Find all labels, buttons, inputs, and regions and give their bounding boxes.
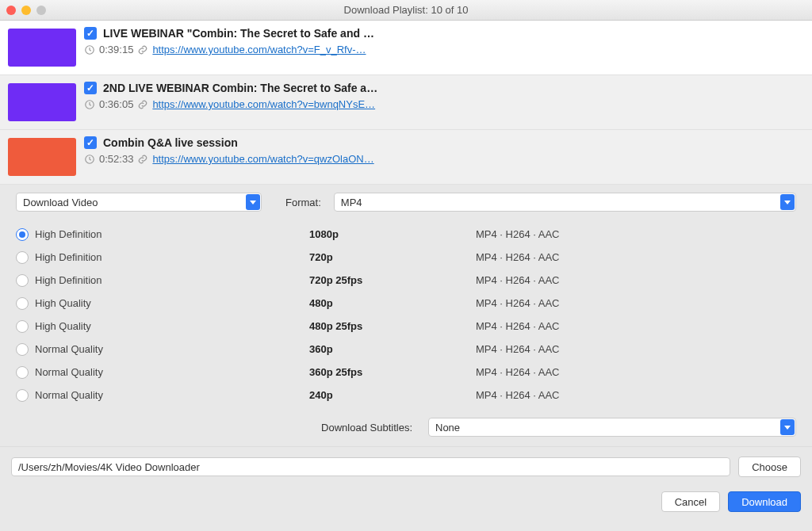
choose-button[interactable]: Choose [738,457,801,477]
item-title: 2ND LIVE WEBINAR Combin: The Secret to S… [103,82,377,94]
item-url[interactable]: https://www.youtube.com/watch?v=bwnqNYsE… [152,98,375,110]
item-body: 2ND LIVE WEBINAR Combin: The Secret to S… [84,82,804,110]
chevron-down-icon [246,194,260,210]
quality-resolution: 240p [309,389,476,401]
quality-option[interactable]: Normal Quality360pMP4 · H264 · AAC [16,338,796,361]
quality-option[interactable]: High Definition720pMP4 · H264 · AAC [16,246,796,269]
video-thumbnail [8,83,76,121]
quality-name: High Definition [35,274,102,286]
playlist-list: LIVE WEBINAR "Combin: The Secret to Safe… [0,21,812,185]
radio-icon[interactable] [16,297,29,310]
quality-resolution: 1080p [309,228,476,240]
playlist-item[interactable]: LIVE WEBINAR "Combin: The Secret to Safe… [0,21,812,75]
quality-option[interactable]: High Quality480pMP4 · H264 · AAC [16,292,796,315]
mode-select[interactable]: Download Video [16,193,262,212]
quality-resolution: 360p 25fps [309,366,476,378]
link-icon [137,99,148,110]
quality-option[interactable]: High Definition720p 25fpsMP4 · H264 · AA… [16,269,796,292]
format-select[interactable]: MP4 [334,193,796,212]
quality-codec: MP4 · H264 · AAC [476,274,796,286]
cancel-button[interactable]: Cancel [661,491,720,512]
radio-icon[interactable] [16,389,29,402]
format-select-value: MP4 [341,197,362,208]
item-checkbox[interactable] [84,27,97,40]
quality-option[interactable]: Normal Quality360p 25fpsMP4 · H264 · AAC [16,361,796,384]
quality-resolution: 720p 25fps [309,274,476,286]
item-url[interactable]: https://www.youtube.com/watch?v=F_v_Rfv-… [152,44,366,55]
video-thumbnail [8,138,76,176]
subtitles-label: Download Subtitles: [16,422,412,434]
quality-name: High Quality [35,320,91,332]
radio-icon[interactable] [16,343,29,356]
quality-codec: MP4 · H264 · AAC [476,228,796,240]
quality-name: High Quality [35,297,91,309]
radio-icon[interactable] [16,228,29,241]
chevron-down-icon [780,419,795,435]
item-duration: 0:36:05 [99,98,133,110]
window-title: Download Playlist: 10 of 10 [0,4,812,16]
download-button[interactable]: Download [728,491,801,512]
quality-list: High Definition1080pMP4 · H264 · AACHigh… [0,216,812,407]
quality-resolution: 720p [309,251,476,263]
radio-icon[interactable] [16,320,29,333]
item-checkbox[interactable] [84,82,97,94]
save-path-value: /Users/zh/Movies/4K Video Downloader [18,461,200,473]
mode-select-value: Download Video [23,197,98,208]
controls-row: Download Video Format: MP4 [0,185,812,216]
quality-name: High Definition [35,251,102,263]
quality-resolution: 480p [309,297,476,309]
path-row: /Users/zh/Movies/4K Video Downloader Cho… [0,447,812,485]
clock-icon [84,99,95,110]
quality-option[interactable]: Normal Quality240pMP4 · H264 · AAC [16,384,796,407]
item-url[interactable]: https://www.youtube.com/watch?v=qwzOlaON… [152,153,373,165]
format-label: Format: [285,197,321,208]
subtitles-select-value: None [435,422,460,434]
item-duration: 0:39:15 [99,44,133,55]
quality-option[interactable]: High Definition1080pMP4 · H264 · AAC [16,223,796,246]
titlebar: Download Playlist: 10 of 10 [0,0,812,21]
link-icon [137,44,148,55]
clock-icon [84,44,95,55]
clock-icon [84,154,95,165]
quality-codec: MP4 · H264 · AAC [476,343,796,355]
radio-icon[interactable] [16,366,29,379]
quality-codec: MP4 · H264 · AAC [476,366,796,378]
save-path-field[interactable]: /Users/zh/Movies/4K Video Downloader [11,457,730,476]
quality-resolution: 360p [309,343,476,355]
footer: Cancel Download [0,485,812,523]
quality-codec: MP4 · H264 · AAC [476,389,796,401]
radio-icon[interactable] [16,274,29,287]
chevron-down-icon [780,194,795,210]
quality-codec: MP4 · H264 · AAC [476,320,796,332]
playlist-item[interactable]: 2ND LIVE WEBINAR Combin: The Secret to S… [0,75,812,130]
playlist-item[interactable]: Combin Q&A live session0:52:33https://ww… [0,130,812,185]
quality-resolution: 480p 25fps [309,320,476,332]
item-title: Combin Q&A live session [103,136,238,149]
radio-icon[interactable] [16,251,29,264]
quality-name: Normal Quality [35,343,103,355]
subtitles-select[interactable]: None [428,418,796,437]
item-body: Combin Q&A live session0:52:33https://ww… [84,136,804,165]
video-thumbnail [8,29,76,67]
quality-codec: MP4 · H264 · AAC [476,251,796,263]
item-body: LIVE WEBINAR "Combin: The Secret to Safe… [84,27,804,55]
link-icon [137,154,148,165]
quality-name: Normal Quality [35,366,103,378]
quality-codec: MP4 · H264 · AAC [476,297,796,309]
quality-name: High Definition [35,228,102,240]
item-title: LIVE WEBINAR "Combin: The Secret to Safe… [103,27,374,40]
subtitles-row: Download Subtitles: None [0,407,812,446]
quality-option[interactable]: High Quality480p 25fpsMP4 · H264 · AAC [16,315,796,338]
item-duration: 0:52:33 [99,153,133,165]
quality-name: Normal Quality [35,389,103,401]
item-checkbox[interactable] [84,136,97,149]
